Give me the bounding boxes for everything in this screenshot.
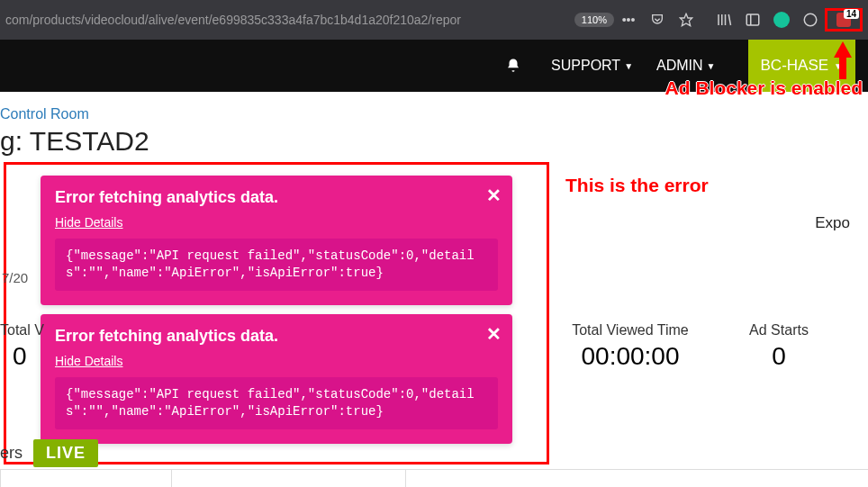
page-content: Control Room g: TESTAD2 ✕ Error fetching… [0,92,868,464]
bell-icon[interactable] [504,58,522,74]
extension-icon[interactable] [800,12,820,28]
toast-body: {"message":"API request failed","statusC… [55,239,498,291]
support-menu[interactable]: SUPPORT ▼ [551,58,633,74]
live-badge: LIVE [33,439,98,467]
sidebar-icon[interactable] [743,12,763,28]
svg-point-2 [804,14,817,26]
stat-label: Total Viewed Time [549,322,711,338]
hide-details-link[interactable]: Hide Details [55,215,122,230]
error-highlight: ✕ Error fetching analytics data. Hide De… [4,162,549,464]
close-icon[interactable]: ✕ [486,185,502,206]
pocket-icon[interactable] [648,13,666,27]
browser-toolbar: 14 [710,8,868,32]
title-prefix: g: [0,126,30,156]
stat-value: 00:00:00 [549,342,711,371]
annotation-arrow-stem [839,56,846,79]
stat-value: 0 [0,342,45,371]
export-link[interactable]: Expo [815,214,850,232]
stat-value: 0 [711,342,846,371]
stat-label: Ad Starts [711,322,846,338]
breadcrumb[interactable]: Control Room [0,92,868,126]
browser-chrome: com/products/videocloud/alive/event/e699… [0,0,868,40]
page-title: g: TESTAD2 [0,126,868,162]
svg-marker-0 [680,14,692,25]
chevron-down-icon: ▼ [624,61,633,71]
stats-row: Total V 0 Total Viewed Time 00:00:00 Ad … [0,322,868,371]
adblock-highlight: 14 [825,8,863,32]
admin-label: ADMIN [656,58,703,74]
stat-label: Total V [0,322,45,338]
toast-title: Error fetching analytics data. [55,188,498,207]
support-label: SUPPORT [551,58,620,74]
title-text: TESTAD2 [30,126,149,156]
date-fragment: 7/20 [0,270,28,285]
toast-body: {"message":"API request failed","statusC… [55,377,498,429]
account-label: BC-HASE [761,57,829,75]
bottom-grid [0,469,868,487]
more-icon[interactable]: ••• [619,13,637,27]
star-icon[interactable] [677,13,695,27]
adblock-count: 14 [844,9,859,19]
grammarly-icon[interactable] [772,12,791,28]
error-toast: ✕ Error fetching analytics data. Hide De… [41,176,512,305]
live-prefix: ers [0,444,23,463]
adblock-icon[interactable]: 14 [834,13,854,27]
admin-menu[interactable]: ADMIN ▼ [656,58,715,74]
chevron-down-icon: ▼ [707,61,716,71]
live-row: ers LIVE [0,439,98,467]
svg-rect-1 [746,14,759,25]
library-icon[interactable] [714,12,734,28]
url-text: com/products/videocloud/alive/event/e699… [0,13,569,27]
zoom-badge[interactable]: 110% [574,13,614,27]
url-bar[interactable]: com/products/videocloud/alive/event/e699… [0,13,710,27]
